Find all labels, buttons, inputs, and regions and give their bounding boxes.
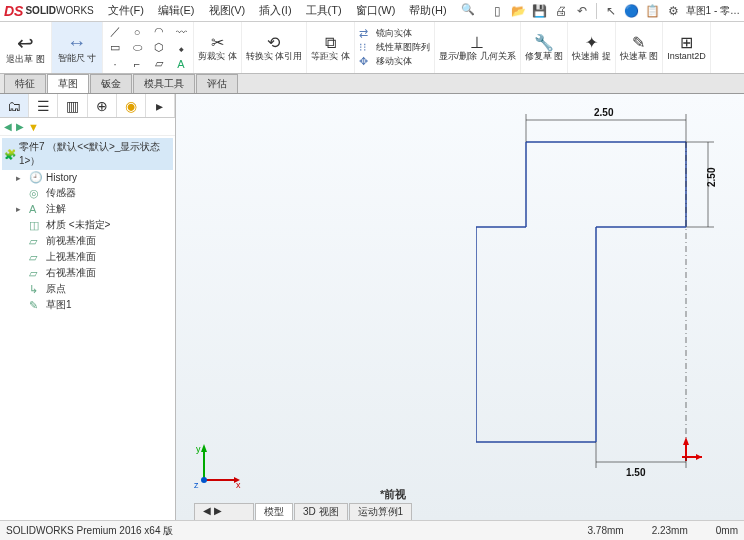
mirror-button[interactable]: ⇄镜向实体: [359, 27, 430, 40]
text-icon[interactable]: A: [171, 56, 191, 72]
menu-insert[interactable]: 插入(I): [253, 1, 297, 20]
tree-annotations[interactable]: ▸A注解: [2, 201, 173, 217]
menu-file[interactable]: 文件(F): [102, 1, 150, 20]
circle-icon[interactable]: ○: [127, 24, 147, 40]
rebuild-icon[interactable]: 🔵: [623, 2, 641, 20]
tab-scroll[interactable]: ◀ ▶: [194, 503, 254, 520]
arc-icon[interactable]: ◠: [149, 24, 169, 40]
separator: [596, 3, 597, 19]
tab-model[interactable]: 模型: [255, 503, 293, 520]
instant2d-icon: ⊞: [680, 33, 693, 52]
trim-button[interactable]: ✂ 剪裁实 体: [194, 22, 242, 73]
property-tab-icon[interactable]: ☰: [29, 94, 58, 117]
tab-3dview[interactable]: 3D 视图: [294, 503, 348, 520]
dim-right[interactable]: 2.50: [706, 167, 717, 187]
graphics-area[interactable]: 2.50 2.50 6 1.50 x y z *: [176, 94, 744, 520]
line-icon[interactable]: ／: [105, 24, 125, 40]
smart-dimension-button[interactable]: ↔ 智能尺 寸: [52, 22, 104, 73]
tab-sheetmetal[interactable]: 钣金: [90, 74, 132, 93]
display-tab-icon[interactable]: ◉: [117, 94, 146, 117]
tree-sensors[interactable]: ◎传感器: [2, 185, 173, 201]
pattern-button[interactable]: ⁝⁝线性草图阵列: [359, 41, 430, 54]
save-icon[interactable]: 💾: [531, 2, 549, 20]
tree-right-plane[interactable]: ▱右视基准面: [2, 265, 173, 281]
tab-features[interactable]: 特征: [4, 74, 46, 93]
rapid-sketch-button[interactable]: ✎ 快速草 图: [616, 22, 664, 73]
more-tab-icon[interactable]: ▸: [146, 94, 175, 117]
fillet-icon[interactable]: ⌐: [127, 56, 147, 72]
plane-icon[interactable]: ▱: [149, 56, 169, 72]
relations-button[interactable]: ⊥ 显示/删除 几何关系: [435, 22, 521, 73]
sketch-tools-grid: ／ ○ ◠ 〰 ▭ ⬭ ⬡ ⬥ · ⌐ ▱ A: [103, 22, 194, 73]
ellipse-icon[interactable]: ⬥: [171, 40, 191, 56]
dimxpert-tab-icon[interactable]: ⊕: [88, 94, 117, 117]
polygon-icon[interactable]: ⬡: [149, 40, 169, 56]
status-bar: SOLIDWORKS Premium 2016 x64 版 3.78mm 2.2…: [0, 520, 744, 540]
select-icon[interactable]: ↖: [602, 2, 620, 20]
ribbon: ↩ 退出草 图 ↔ 智能尺 寸 ／ ○ ◠ 〰 ▭ ⬭ ⬡ ⬥ · ⌐ ▱ A …: [0, 22, 744, 74]
tab-motion[interactable]: 运动算例1: [349, 503, 413, 520]
sensor-icon: ◎: [29, 187, 43, 200]
tree-history[interactable]: ▸🕘History: [2, 170, 173, 185]
tree-controls: ◀ ▶ ▼: [0, 118, 175, 136]
settings-icon[interactable]: ⚙: [665, 2, 683, 20]
svg-marker-12: [683, 437, 689, 445]
repair-icon: 🔧: [534, 33, 554, 52]
undo-icon[interactable]: ↶: [573, 2, 591, 20]
feature-tree-tab-icon[interactable]: 🗂: [0, 94, 29, 117]
svg-text:z: z: [194, 480, 199, 490]
manager-tabs: 🗂 ☰ ▥ ⊕ ◉ ▸: [0, 94, 175, 118]
plane-icon: ▱: [29, 267, 43, 280]
convert-button[interactable]: ⟲ 转换实 体引用: [242, 22, 308, 73]
dim-top[interactable]: 2.50: [594, 107, 614, 118]
tree-origin[interactable]: ↳原点: [2, 281, 173, 297]
app-logo: DS SOLIDWORKS: [4, 3, 94, 19]
point-icon[interactable]: ·: [105, 56, 125, 72]
menu-tools[interactable]: 工具(T): [300, 1, 348, 20]
convert-icon: ⟲: [267, 33, 280, 52]
snap-icon: ✦: [585, 33, 598, 52]
quick-access-toolbar: ▯ 📂 💾 🖨 ↶ ↖ 🔵 📋 ⚙ 草图1 - 零…: [489, 2, 740, 20]
tree-fwd-icon[interactable]: ▶: [16, 121, 24, 132]
pattern-icon: ⁝⁝: [359, 41, 373, 54]
tree-top-plane[interactable]: ▱上视基准面: [2, 249, 173, 265]
open-icon[interactable]: 📂: [510, 2, 528, 20]
rect-icon[interactable]: ▭: [105, 40, 125, 56]
rapid-icon: ✎: [632, 33, 645, 52]
part-icon: 🧩: [4, 149, 16, 160]
tab-moldtools[interactable]: 模具工具: [133, 74, 195, 93]
dim-bottom[interactable]: 1.50: [626, 467, 646, 478]
mirror-icon: ⇄: [359, 27, 373, 40]
print-icon[interactable]: 🖨: [552, 2, 570, 20]
menu-view[interactable]: 视图(V): [203, 1, 252, 20]
menu-window[interactable]: 窗口(W): [350, 1, 402, 20]
tree-sketch1[interactable]: ✎草图1: [2, 297, 173, 313]
config-tab-icon[interactable]: ▥: [58, 94, 87, 117]
tree-front-plane[interactable]: ▱前视基准面: [2, 233, 173, 249]
menu-edit[interactable]: 编辑(E): [152, 1, 201, 20]
sketch-icon: ✎: [29, 299, 43, 312]
tab-sketch[interactable]: 草图: [47, 74, 89, 93]
tree-material[interactable]: ◫材质 <未指定>: [2, 217, 173, 233]
tab-evaluate[interactable]: 评估: [196, 74, 238, 93]
plane-icon: ▱: [29, 251, 43, 264]
tree-back-icon[interactable]: ◀: [4, 121, 12, 132]
offset-button[interactable]: ⧉ 等距实 体: [307, 22, 355, 73]
view-label: *前视: [380, 487, 406, 502]
tree-root[interactable]: 🧩 零件7 （默认<<默认>_显示状态 1>）: [2, 138, 173, 170]
feature-tree[interactable]: 🧩 零件7 （默认<<默认>_显示状态 1>） ▸🕘History ◎传感器 ▸…: [0, 136, 175, 520]
menu-search-icon[interactable]: 🔍: [455, 1, 481, 20]
move-button[interactable]: ✥移动实体: [359, 55, 430, 68]
quicksnap-button[interactable]: ✦ 快速捕 捉: [568, 22, 616, 73]
instant2d-button[interactable]: ⊞ Instant2D: [663, 22, 711, 73]
filter-icon[interactable]: ▼: [28, 121, 39, 133]
options-icon[interactable]: 📋: [644, 2, 662, 20]
repair-button[interactable]: 🔧 修复草 图: [521, 22, 569, 73]
exit-sketch-button[interactable]: ↩ 退出草 图: [0, 22, 52, 73]
view-triad[interactable]: x y z: [194, 442, 242, 490]
new-icon[interactable]: ▯: [489, 2, 507, 20]
slot-icon[interactable]: ⬭: [127, 40, 147, 56]
menu-items: 文件(F) 编辑(E) 视图(V) 插入(I) 工具(T) 窗口(W) 帮助(H…: [102, 1, 481, 20]
menu-help[interactable]: 帮助(H): [403, 1, 452, 20]
spline-icon[interactable]: 〰: [171, 24, 191, 40]
